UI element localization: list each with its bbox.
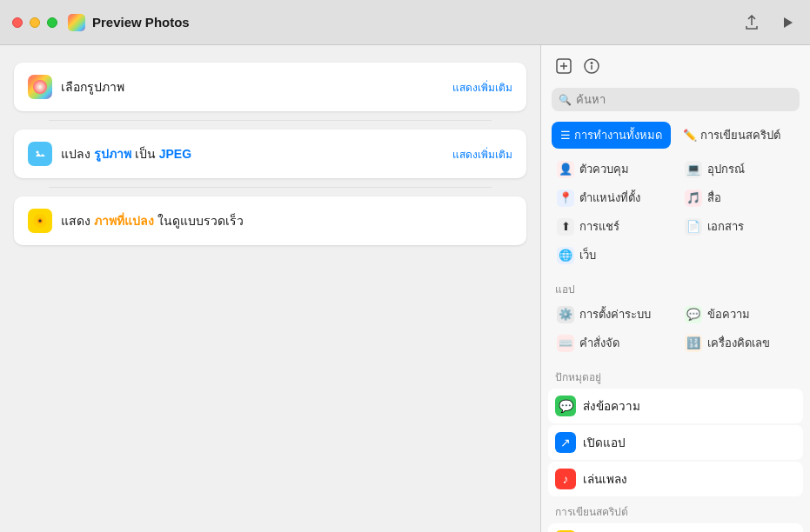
open-app-label: เปิดแอป: [583, 433, 626, 452]
open-app-icon: ↗: [555, 432, 576, 453]
minimize-button[interactable]: [30, 17, 40, 28]
documents-icon: 📄: [685, 218, 702, 236]
step-divider-1: [49, 120, 492, 121]
sidebar: 🔍 ☰ การทำงานทั้งหมด ✏️ การเขียนสคริปต์ 👤: [540, 45, 810, 532]
pinned-play-music[interactable]: ♪ เล่นเพลง: [548, 462, 803, 496]
pinned-open-app[interactable]: ↗ เปิดแอป: [548, 425, 803, 460]
messages-label: ข้อความ: [707, 305, 750, 323]
category-location[interactable]: 📍 ตำแหน่งที่ตั้ง: [552, 184, 673, 211]
category-accessories[interactable]: 💻 อุปกรณ์: [679, 156, 800, 183]
location-icon: 📍: [557, 190, 574, 207]
step1-label: เลือกรูปภาพ: [61, 77, 124, 96]
step3-left: แสดง ภาพที่แปลง ในดูแบบรวดเร็ว: [28, 209, 244, 233]
step1-left: เลือกรูปภาพ: [28, 75, 124, 99]
category-contacts[interactable]: 👤 ตัวควบคุม: [552, 156, 673, 183]
step1-icon: [28, 75, 52, 99]
app-grid: ⚙️ การตั้งค่าระบบ 💬 ข้อความ ⌨️ คำสั่งจัด…: [548, 301, 803, 363]
svg-rect-2: [34, 148, 46, 160]
shortcuts-label: คำสั่งจัด: [579, 334, 619, 352]
tab-scripting-label: การเขียนสคริปต์: [700, 126, 780, 144]
add-action-button[interactable]: [553, 56, 574, 81]
close-button[interactable]: [12, 17, 23, 28]
search-icon: 🔍: [559, 94, 572, 106]
send-message-icon: 💬: [555, 396, 576, 416]
app-section-label: แอป: [548, 276, 803, 301]
titlebar-actions: [740, 11, 798, 34]
step2-h2: JPEG: [159, 147, 191, 161]
play-music-icon: ♪: [555, 469, 576, 489]
step3-icon: [28, 209, 52, 233]
play-music-label: เล่นเพลง: [583, 469, 627, 489]
svg-point-3: [37, 151, 39, 154]
app-shortcuts[interactable]: ⌨️ คำสั่งจัด: [552, 329, 673, 356]
step1-text: เลือกรูปภาพ: [61, 80, 124, 94]
step1-more[interactable]: แสดงเพิ่มเติม: [452, 79, 512, 96]
step2-prefix: แปลง: [61, 147, 94, 161]
step2-h1: รูปภาพ: [94, 147, 131, 161]
category-web[interactable]: 🌐 เว็บ: [552, 242, 673, 269]
sharing-icon: ⬆: [557, 218, 574, 236]
pinned-section-label: ปักหมุดอยู่: [548, 363, 803, 389]
info-button[interactable]: [581, 56, 602, 81]
media-icon: 🎵: [685, 190, 702, 207]
page-title: Preview Photos: [92, 15, 190, 30]
categories-grid: 👤 ตัวควบคุม 💻 อุปกรณ์ 📍 ตำแหน่งที่ตั้ง 🎵…: [548, 156, 803, 276]
contacts-label: ตัวควบคุม: [579, 160, 629, 178]
step2-mid: เป็น: [131, 147, 159, 161]
app-settings[interactable]: ⚙️ การตั้งค่าระบบ: [552, 301, 673, 328]
send-message-label: ส่งข้อความ: [583, 396, 640, 416]
step-divider-2: [49, 187, 492, 188]
step2-left: แปลง รูปภาพ เป็น JPEG: [28, 142, 191, 166]
location-label: ตำแหน่งที่ตั้ง: [579, 189, 640, 207]
calculator-icon: 🔢: [685, 335, 702, 352]
step2-label: แปลง รูปภาพ เป็น JPEG: [61, 144, 191, 163]
tab-all-label: การทำงานทั้งหมด: [574, 126, 662, 144]
web-icon: 🌐: [557, 247, 574, 264]
workflow-panel: เลือกรูปภาพ แสดงเพิ่มเติม แปลง รูปภาพ เป…: [0, 45, 540, 532]
documents-label: เอกสาร: [707, 217, 744, 236]
search-input[interactable]: [552, 88, 800, 111]
category-sharing[interactable]: ⬆ การแชร์: [552, 213, 673, 240]
share-button[interactable]: [740, 11, 763, 34]
sidebar-header: [541, 45, 810, 88]
svg-point-1: [33, 80, 47, 94]
tab-scripting-icon: ✏️: [683, 129, 697, 142]
workflow-step-1: เลือกรูปภาพ แสดงเพิ่มเติม: [14, 63, 526, 111]
web-label: เว็บ: [579, 246, 596, 264]
accessories-label: อุปกรณ์: [707, 160, 745, 178]
tab-all-actions[interactable]: ☰ การทำงานทั้งหมด: [552, 122, 671, 149]
step3-label: แสดง ภาพที่แปลง ในดูแบบรวดเร็ว: [61, 211, 244, 230]
messages-icon: 💬: [685, 306, 702, 323]
svg-marker-0: [784, 17, 793, 28]
workflow-step-2: แปลง รูปภาพ เป็น JPEG แสดงเพิ่มเติม: [14, 130, 526, 178]
media-label: สื่อ: [707, 189, 721, 207]
calculator-label: เครื่องคิดเลข: [707, 334, 770, 352]
app-icon: [68, 14, 85, 31]
sidebar-content: ☰ การทำงานทั้งหมด ✏️ การเขียนสคริปต์ 👤 ต…: [541, 118, 810, 532]
category-documents[interactable]: 📄 เอกสาร: [679, 213, 800, 240]
app-messages[interactable]: 💬 ข้อความ: [679, 301, 800, 328]
category-tabs: ☰ การทำงานทั้งหมด ✏️ การเขียนสคริปต์: [548, 118, 803, 156]
traffic-lights: [12, 17, 57, 28]
main-content: เลือกรูปภาพ แสดงเพิ่มเติม แปลง รูปภาพ เป…: [0, 45, 810, 532]
play-button[interactable]: [777, 12, 798, 33]
scripting-section-label: การเขียนสคริปต์: [548, 498, 803, 523]
step2-more[interactable]: แสดงเพิ่มเติม: [452, 146, 512, 163]
shortcuts-icon: ⌨️: [557, 335, 574, 352]
contacts-icon: 👤: [557, 161, 574, 178]
category-media[interactable]: 🎵 สื่อ: [679, 184, 800, 211]
accessories-icon: 💻: [685, 161, 702, 178]
step3-h1: ภาพที่แปลง: [94, 214, 154, 228]
maximize-button[interactable]: [47, 17, 57, 28]
settings-icon: ⚙️: [557, 306, 574, 323]
pinned-send-message[interactable]: 💬 ส่งข้อความ: [548, 389, 803, 423]
tab-scripting[interactable]: ✏️ การเขียนสคริปต์: [674, 122, 789, 149]
app-calculator[interactable]: 🔢 เครื่องคิดเลข: [679, 329, 800, 356]
step2-icon: [28, 142, 52, 166]
search-bar: 🔍: [552, 88, 800, 111]
scripting-comment[interactable]: ≡ ความคิดเห็น: [548, 523, 803, 532]
step3-mid: ในดูแบบรวดเร็ว: [154, 214, 244, 228]
svg-point-6: [39, 220, 42, 223]
workflow-step-3: แสดง ภาพที่แปลง ในดูแบบรวดเร็ว: [14, 196, 526, 245]
tab-all-icon: ☰: [560, 129, 571, 142]
